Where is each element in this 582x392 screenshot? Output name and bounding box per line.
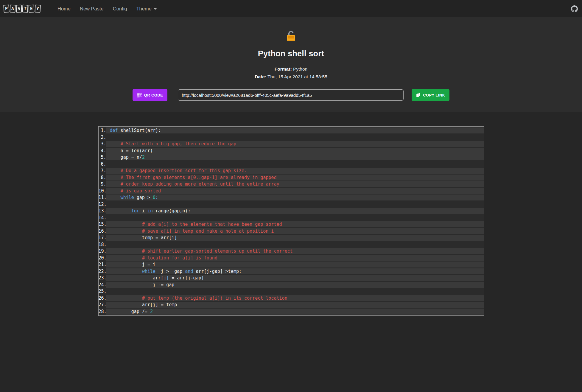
line-number: 19. (99, 248, 106, 254)
open-lock-icon (286, 30, 296, 42)
code-line: 10. # is gap sorted (99, 188, 484, 195)
code-line: 27. arr[j] = temp (99, 301, 484, 308)
code-line-content: n = len(arr) (106, 148, 484, 154)
copy-link-button-label: COPY LINK (423, 93, 445, 97)
line-number: 5. (99, 155, 106, 160)
nav-link-label: New Paste (80, 6, 104, 12)
logo-letter: P (3, 5, 9, 13)
line-number: 22. (99, 269, 106, 274)
date-label: Date: (255, 74, 266, 79)
code-line-content: # The first gap elements a[0..gap-1] are… (106, 175, 484, 181)
code-line: 17. temp = arr[i] (99, 234, 484, 241)
code-line-content: temp = arr[i] (106, 235, 484, 241)
code-line-content: for i in range(gap,n): (106, 208, 484, 214)
date-value: Thu, 15 Apr 2021 at 14:58:55 (267, 74, 327, 79)
line-number: 13. (99, 208, 106, 214)
code-line: 11. while gap > 0: (99, 194, 484, 201)
line-number: 8. (99, 175, 106, 180)
code-line: 8. # The first gap elements a[0..gap-1] … (99, 174, 484, 181)
line-number: 15. (99, 222, 106, 227)
format-value: Python (293, 66, 307, 71)
logo-letter: T (22, 5, 28, 13)
code-line-content: arr[j] = arr[j-gap] (106, 275, 484, 281)
code-line-content: arr[j] = temp (106, 302, 484, 308)
line-number: 25. (99, 289, 106, 294)
nav-link-label: Theme (136, 6, 152, 12)
copy-icon (416, 93, 420, 97)
line-number: 6. (99, 161, 106, 167)
code-line-content: # Start with a big gap, then reduce the … (106, 141, 484, 147)
code-line-content: # Do a gapped insertion sort for this ga… (106, 168, 484, 174)
code-line: 6. (99, 161, 484, 168)
code-line-content: # is gap sorted (106, 188, 484, 194)
paste-url-input[interactable] (178, 89, 404, 101)
pastey-logo[interactable]: PASTEY (4, 5, 41, 13)
code-line: 13. for i in range(gap,n): (99, 208, 484, 214)
nav-link-label: Home (57, 6, 71, 12)
format-label: Format: (275, 66, 292, 71)
code-line: 22. while j >= gap and arr[j-gap] >temp: (99, 268, 484, 275)
code-line-content (106, 215, 484, 221)
line-number: 21. (99, 262, 106, 267)
code-line-content: # shift earlier gap-sorted elements up u… (106, 248, 484, 254)
nav-link-label: Config (113, 6, 127, 12)
code-line: 4. n = len(arr) (99, 147, 484, 154)
code-line: 15. # add a[i] to the elements that have… (99, 221, 484, 228)
code-line-content: j = i (106, 262, 484, 267)
line-number: 9. (99, 181, 106, 187)
code-line: 25. (99, 288, 484, 295)
qr-code-button-label: QR CODE (144, 93, 163, 97)
paste-controls: QR CODE COPY LINK (0, 89, 582, 101)
github-link[interactable] (571, 5, 578, 12)
logo-letter: Y (35, 5, 41, 13)
code-line: 24. j -= gap (99, 281, 484, 288)
logo-letter: S (16, 5, 22, 13)
nav-link-theme[interactable]: Theme (136, 6, 157, 12)
github-icon (571, 5, 578, 12)
nav-links: HomeNew PasteConfigTheme (57, 6, 157, 12)
code-line-content: # add a[i] to the elements that have bee… (106, 221, 484, 227)
date-line: Date: Thu, 15 Apr 2021 at 14:58:55 (0, 73, 582, 81)
nav-link-home[interactable]: Home (57, 6, 71, 12)
code-block: 1.def shellSort(arr):2.3. # Start with a… (98, 126, 484, 316)
code-line-content: while gap > 0: (106, 195, 484, 200)
code-line: 2. (99, 134, 484, 141)
code-line: 3. # Start with a big gap, then reduce t… (99, 141, 484, 147)
code-line-content (106, 134, 484, 140)
line-number: 28. (99, 309, 106, 314)
nav-link-new-paste[interactable]: New Paste (80, 6, 104, 12)
code-line: 21. j = i (99, 261, 484, 268)
qr-code-button[interactable]: QR CODE (133, 89, 167, 101)
chevron-down-icon (154, 8, 157, 10)
code-line-content: # order keep adding one more element unt… (106, 181, 484, 187)
code-line: 7. # Do a gapped insertion sort for this… (99, 167, 484, 174)
code-line-content: # put temp (the original a[i]) in its co… (106, 295, 484, 301)
line-number: 14. (99, 215, 106, 220)
line-number: 1. (99, 128, 106, 133)
code-line-content (106, 288, 484, 294)
code-line-content: def shellSort(arr): (106, 127, 484, 133)
code-line-content: j -= gap (106, 282, 484, 288)
paste-header: Python shell sort Format: Python Date: T… (0, 17, 582, 112)
format-line: Format: Python (0, 65, 582, 73)
code-line-content: while j >= gap and arr[j-gap] >temp: (106, 268, 484, 274)
code-line: 23. arr[j] = arr[j-gap] (99, 275, 484, 281)
code-line-content: # location for a[i] is found (106, 255, 484, 261)
code-line: 19. # shift earlier gap-sorted elements … (99, 248, 484, 255)
line-number: 7. (99, 168, 106, 173)
code-line: 5. gap = n/2 (99, 154, 484, 161)
code-line: 16. # save a[i] in temp and make a hole … (99, 228, 484, 235)
code-line: 12. (99, 201, 484, 208)
line-number: 20. (99, 255, 106, 261)
copy-link-button[interactable]: COPY LINK (412, 89, 449, 101)
line-number: 18. (99, 242, 106, 247)
line-number: 12. (99, 202, 106, 207)
code-line: 20. # location for a[i] is found (99, 255, 484, 262)
code-line-content: gap = n/2 (106, 154, 484, 160)
code-line: 14. (99, 214, 484, 221)
logo-letter: E (29, 5, 35, 13)
code-line: 26. # put temp (the original a[i]) in it… (99, 295, 484, 302)
code-line-content: # save a[i] in temp and make a hole at p… (106, 228, 484, 234)
navbar: PASTEY HomeNew PasteConfigTheme (0, 0, 582, 17)
nav-link-config[interactable]: Config (113, 6, 127, 12)
